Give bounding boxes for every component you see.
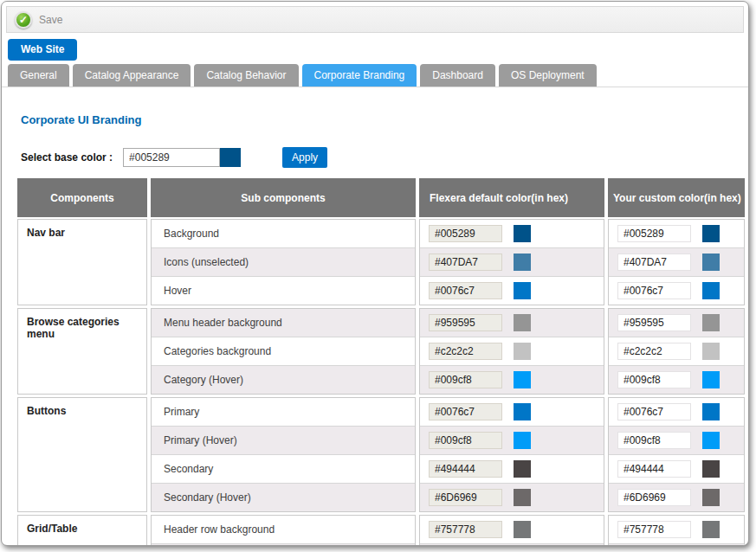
- default-hex-input: [429, 460, 502, 478]
- subcomponent-cell: Category (Hover): [152, 366, 415, 394]
- subcomponent-cell: Background: [152, 220, 415, 248]
- base-color-swatch[interactable]: [220, 148, 241, 167]
- default-color-swatch: [514, 343, 531, 360]
- default-hex-input: [429, 225, 502, 242]
- custom-color-cell: [609, 309, 744, 337]
- default-color-swatch: [514, 371, 531, 388]
- default-color-cell: [420, 366, 604, 394]
- custom-color-cell: [609, 337, 744, 366]
- save-button[interactable]: ✓ Save: [15, 11, 62, 29]
- custom-color-swatch[interactable]: [702, 371, 720, 388]
- default-color-cell: [420, 337, 604, 366]
- subcomponent-cell: Secondary (Hover): [152, 484, 415, 511]
- custom-color-swatch[interactable]: [702, 460, 720, 478]
- table-group-nav-bar: Nav bar Background Icons (unselected) Ho…: [17, 219, 745, 305]
- default-color-swatch: [514, 460, 531, 478]
- default-color-swatch: [514, 282, 531, 299]
- custom-color-cell: [609, 516, 744, 544]
- custom-color-cell: [609, 248, 744, 277]
- page-title: Corporate UI Branding: [21, 113, 748, 126]
- custom-hex-input[interactable]: [617, 521, 691, 538]
- custom-color-cell: [609, 484, 744, 511]
- custom-color-cell: [609, 366, 744, 394]
- subcomponent-cell: Hover: [152, 277, 415, 305]
- toolbar: ✓ Save: [6, 6, 744, 33]
- custom-hex-input[interactable]: [617, 282, 691, 299]
- default-color-cell: [420, 277, 604, 305]
- custom-hex-input[interactable]: [617, 225, 691, 242]
- base-color-input[interactable]: [123, 148, 220, 167]
- default-color-cell: [420, 220, 604, 248]
- default-color-swatch: [514, 432, 531, 449]
- tab-corporate-branding[interactable]: Corporate Branding: [302, 64, 417, 87]
- custom-color-cell: [609, 220, 744, 248]
- custom-hex-input[interactable]: [617, 254, 691, 271]
- custom-hex-input[interactable]: [617, 371, 691, 388]
- primary-tab-bar: Web Site: [8, 39, 748, 61]
- save-check-icon: ✓: [15, 11, 32, 29]
- subcomponent-cell: Primary: [152, 398, 415, 427]
- base-color-label: Select base color :: [21, 151, 113, 164]
- custom-hex-input[interactable]: [617, 403, 691, 420]
- subcomponent-cell: Secondary: [152, 455, 415, 484]
- custom-color-swatch[interactable]: [702, 343, 720, 360]
- header-custom-color: Your custom color(in hex): [608, 178, 745, 217]
- header-default-color: Flexera default color(in hex): [419, 178, 604, 217]
- default-color-swatch: [514, 489, 531, 506]
- custom-color-swatch[interactable]: [702, 282, 720, 299]
- custom-color-cell: [609, 455, 744, 484]
- subcomponent-cell: Primary (Hover): [152, 427, 415, 455]
- custom-color-cell: [609, 277, 744, 305]
- table-group-buttons: Buttons Primary Primary (Hover) Secondar…: [17, 397, 745, 512]
- header-subcomponents: Sub components: [151, 178, 416, 217]
- default-hex-input: [429, 254, 502, 271]
- custom-color-swatch[interactable]: [702, 432, 720, 449]
- default-color-cell: [420, 248, 604, 277]
- table-header-row: Components Sub components Flexera defaul…: [17, 178, 745, 217]
- custom-color-cell: [609, 398, 744, 427]
- default-hex-input: [429, 403, 502, 420]
- tab-catalog-appearance[interactable]: Catalog Appearance: [73, 64, 191, 87]
- component-cell: Browse categories menu: [17, 308, 147, 395]
- custom-color-cell: [609, 427, 744, 455]
- component-cell: Buttons: [17, 397, 147, 512]
- tab-os-deployment[interactable]: OS Deployment: [499, 64, 597, 87]
- custom-hex-input[interactable]: [617, 343, 691, 360]
- component-cell: Nav bar: [17, 219, 147, 305]
- default-hex-input: [429, 371, 502, 388]
- custom-color-swatch[interactable]: [702, 314, 720, 331]
- default-color-cell: [420, 427, 604, 455]
- tab-dashboard[interactable]: Dashboard: [420, 64, 495, 87]
- base-color-row: Select base color : Apply: [21, 147, 748, 168]
- custom-color-cell: [609, 544, 744, 546]
- header-components: Components: [17, 178, 147, 217]
- apply-button[interactable]: Apply: [282, 147, 327, 168]
- custom-color-swatch[interactable]: [702, 225, 720, 242]
- default-color-cell: [420, 516, 604, 544]
- custom-color-swatch[interactable]: [702, 521, 720, 538]
- tab-web-site[interactable]: Web Site: [8, 39, 77, 61]
- subcomponent-cell: Header row background: [152, 516, 415, 544]
- default-color-swatch: [514, 521, 531, 538]
- table-group-grid-table: Grid/Table Header row background Row sel…: [17, 515, 745, 546]
- custom-color-swatch[interactable]: [702, 254, 720, 271]
- tab-bar: General Catalog Appearance Catalog Behav…: [2, 64, 748, 87]
- tab-catalog-behavior[interactable]: Catalog Behavior: [194, 64, 298, 87]
- default-hex-input: [429, 314, 502, 331]
- default-color-cell: [420, 455, 604, 484]
- custom-hex-input[interactable]: [617, 489, 691, 506]
- custom-hex-input[interactable]: [617, 314, 691, 331]
- save-label: Save: [39, 14, 62, 26]
- default-color-cell: [420, 309, 604, 337]
- default-color-cell: [420, 484, 604, 511]
- subcomponent-cell: Categories background: [152, 337, 415, 366]
- default-color-cell: [420, 398, 604, 427]
- custom-color-swatch[interactable]: [702, 489, 720, 506]
- default-color-swatch: [514, 225, 531, 242]
- custom-hex-input[interactable]: [617, 460, 691, 478]
- app-window: ✓ Save Web Site General Catalog Appearan…: [1, 1, 749, 546]
- default-color-swatch: [514, 254, 531, 271]
- custom-hex-input[interactable]: [617, 432, 691, 449]
- tab-general[interactable]: General: [8, 64, 69, 87]
- custom-color-swatch[interactable]: [702, 403, 720, 420]
